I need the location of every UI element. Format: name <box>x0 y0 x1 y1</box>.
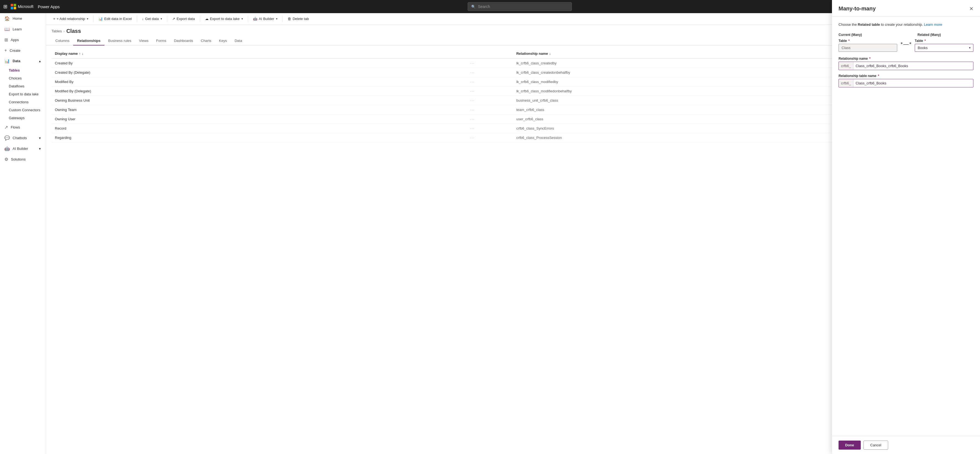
row-menu-cell[interactable]: ··· <box>467 87 513 96</box>
row-menu-icon[interactable]: ··· <box>470 108 475 112</box>
logo-red <box>11 4 13 6</box>
get-data-chevron: ▾ <box>161 17 162 20</box>
sort-down-icon[interactable]: ↓ <box>82 51 84 56</box>
export-lake-button[interactable]: ☁ Export to data lake ▾ <box>202 15 246 22</box>
tab-columns[interactable]: Columns <box>51 37 73 46</box>
breadcrumb-separator: › <box>64 29 65 33</box>
ai-builder-button[interactable]: 🤖 AI Builder ▾ <box>250 15 280 22</box>
row-menu-icon[interactable]: ··· <box>470 117 475 121</box>
row-menu-cell[interactable]: ··· <box>467 124 513 133</box>
row-menu-icon[interactable]: ··· <box>470 89 475 93</box>
microsoft-text: Microsoft <box>18 5 33 9</box>
rel-sort-icon[interactable]: ↓ <box>549 51 551 56</box>
search-bar[interactable]: 🔍 <box>468 2 572 11</box>
breadcrumb-current: Class <box>66 28 81 34</box>
sidebar-item-custom-connectors[interactable]: Custom Connectors <box>0 106 46 114</box>
sidebar-label-dataflows: Dataflows <box>9 84 24 88</box>
row-menu-icon[interactable]: ··· <box>470 80 475 84</box>
table-label-related: Table * <box>915 39 974 43</box>
table-label-current: Table * <box>838 39 897 43</box>
rel-name-input[interactable] <box>853 62 973 70</box>
row-menu-cell[interactable]: ··· <box>467 114 513 124</box>
tab-charts[interactable]: Charts <box>197 37 215 46</box>
solutions-icon: ⚙ <box>5 157 8 162</box>
tab-business-rules[interactable]: Business rules <box>105 37 135 46</box>
get-data-button[interactable]: ↓ Get data ▾ <box>139 15 165 22</box>
add-relationship-button[interactable]: + + Add relationship ▾ <box>51 15 91 22</box>
sidebar-item-learn[interactable]: 📖 Learn <box>0 24 46 35</box>
related-table-select[interactable]: BooksAccountsContactsLeadsOpportunities <box>915 44 974 52</box>
ai-builder-label: AI Builder <box>259 17 274 21</box>
row-menu-cell[interactable]: ··· <box>467 133 513 143</box>
toolbar-divider-4 <box>200 16 200 22</box>
tab-data[interactable]: Data <box>231 37 246 46</box>
tab-relationships[interactable]: Relationships <box>73 37 104 46</box>
panel-close-button[interactable]: ✕ <box>969 6 974 12</box>
done-button[interactable]: Done <box>838 441 861 449</box>
tab-views[interactable]: Views <box>135 37 152 46</box>
toolbar-divider-3 <box>167 16 167 22</box>
edit-excel-button[interactable]: 📊 Edit data in Excel <box>95 15 134 22</box>
search-input[interactable] <box>478 5 568 9</box>
row-menu-icon[interactable]: ··· <box>470 126 475 130</box>
sidebar-item-create[interactable]: + Create <box>0 45 46 56</box>
sidebar-item-dataflows[interactable]: Dataflows <box>0 82 46 90</box>
sidebar-item-apps[interactable]: ⊞ Apps <box>0 35 46 45</box>
home-icon: 🏠 <box>5 16 10 21</box>
row-menu-cell[interactable]: ··· <box>467 68 513 77</box>
sidebar-label-ai-builder: AI Builder <box>13 147 28 151</box>
panel-desc-bold: Related table <box>858 22 880 27</box>
rel-name-input-wrapper: crfb6_ <box>838 62 974 70</box>
sidebar-item-gateways[interactable]: Gateways <box>0 114 46 122</box>
sort-up-icon[interactable]: ↑ <box>79 51 81 56</box>
panel-title: Many-to-many <box>838 5 876 12</box>
connector-star-left: * <box>900 41 903 48</box>
row-menu-cell[interactable]: ··· <box>467 77 513 87</box>
learn-more-link[interactable]: Learn more <box>924 22 942 27</box>
delete-tab-icon: 🗑 <box>288 17 291 21</box>
export-data-button[interactable]: ↗ Export data <box>169 15 198 22</box>
display-name-cell: Regarding <box>51 133 467 143</box>
chatbots-chevron-icon: ▼ <box>38 137 41 140</box>
delete-tab-button[interactable]: 🗑 Delete tab <box>285 15 312 22</box>
tab-dashboards[interactable]: Dashboards <box>170 37 197 46</box>
ai-builder-tb-icon: 🤖 <box>253 17 258 21</box>
sidebar-item-choices[interactable]: Choices <box>0 74 46 82</box>
row-menu-icon[interactable]: ··· <box>470 98 475 102</box>
learn-icon: 📖 <box>5 27 10 32</box>
sidebar-item-tables[interactable]: Tables <box>0 66 46 74</box>
row-menu-cell[interactable]: ··· <box>467 96 513 105</box>
relationship-table-name-group: Relationship table name * crfb6_ <box>838 74 974 87</box>
sidebar-item-ai-builder[interactable]: 🤖 AI Builder ▼ <box>0 143 46 154</box>
sidebar-item-solutions[interactable]: ⚙ Solutions <box>0 154 46 165</box>
export-lake-chevron: ▾ <box>242 17 243 20</box>
row-menu-icon[interactable]: ··· <box>470 136 475 140</box>
related-table-select-wrapper: BooksAccountsContactsLeadsOpportunities … <box>915 44 974 52</box>
breadcrumb-parent[interactable]: Tables <box>51 29 62 33</box>
row-menu-cell[interactable]: ··· <box>467 105 513 114</box>
row-menu-icon[interactable]: ··· <box>470 70 475 75</box>
connector-dash: — <box>903 41 909 48</box>
sidebar-item-chatbots[interactable]: 💬 Chatbots ▼ <box>0 133 46 143</box>
sidebar-item-export-lake[interactable]: Export to data lake <box>0 90 46 98</box>
panel-desc-before: Choose the <box>838 22 858 27</box>
tab-keys[interactable]: Keys <box>215 37 231 46</box>
sidebar-item-flows[interactable]: ↗ Flows <box>0 122 46 133</box>
get-data-label: Get data <box>145 17 159 21</box>
row-menu-cell[interactable]: ··· <box>467 59 513 68</box>
rel-table-input[interactable] <box>853 79 973 87</box>
row-menu-icon[interactable]: ··· <box>470 61 475 65</box>
waffle-icon[interactable]: ⊞ <box>3 3 7 10</box>
sidebar-item-connections[interactable]: Connections <box>0 98 46 106</box>
sidebar-label-tables: Tables <box>9 68 20 72</box>
export-data-label: Export data <box>177 17 195 21</box>
current-many-label: Current (Many) <box>838 33 894 37</box>
sidebar-item-home[interactable]: 🏠 Home <box>0 13 46 24</box>
sidebar-label-learn: Learn <box>13 27 22 31</box>
sidebar-item-data[interactable]: 📊 Data ▲ <box>0 56 46 66</box>
search-icon: 🔍 <box>471 5 476 9</box>
cancel-button[interactable]: Cancel <box>864 441 888 449</box>
tab-forms[interactable]: Forms <box>153 37 170 46</box>
sidebar-label-connections: Connections <box>9 100 29 104</box>
rel-table-prefix: crfb6_ <box>839 79 853 87</box>
